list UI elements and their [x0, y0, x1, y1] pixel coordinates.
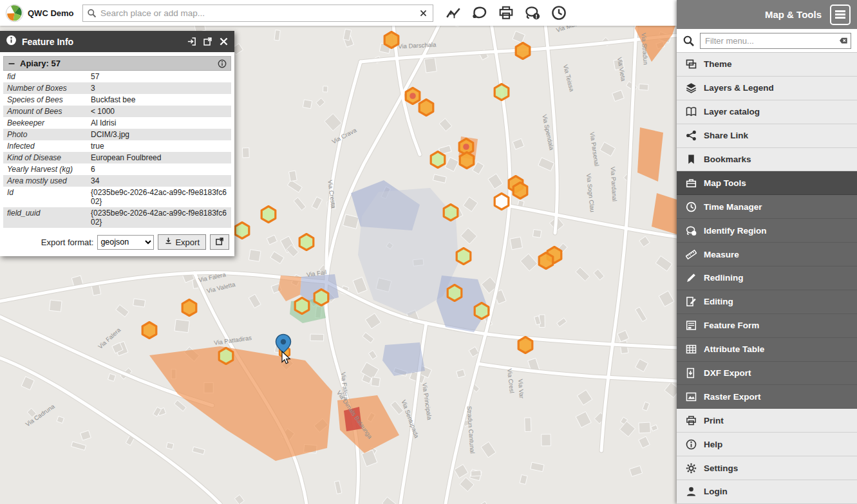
measure-icon[interactable] — [442, 3, 464, 23]
street-label: Via Var — [517, 378, 525, 398]
print-icon[interactable] — [495, 3, 517, 23]
apiary-marker[interactable] — [299, 234, 314, 250]
sidebar-item-label: Settings — [704, 463, 738, 473]
export-window-icon — [215, 237, 224, 248]
sidebar-item-editing[interactable]: Editing — [677, 290, 857, 314]
sidebar-item-share-link[interactable]: Share Link — [677, 124, 857, 148]
sidebar-item-login[interactable]: Login — [677, 480, 857, 504]
sidebar-item-measure[interactable]: Measure — [677, 243, 857, 266]
apiary-marker-infected-dot — [463, 144, 469, 150]
sidebar-item-settings[interactable]: Settings — [677, 456, 857, 480]
apiary-marker[interactable] — [261, 207, 276, 223]
apiary-marker[interactable] — [431, 152, 445, 168]
sidebar-item-layer-catalog[interactable]: Layer catalog — [677, 100, 857, 124]
attribute-value: 6 — [87, 163, 231, 175]
apiary-marker[interactable] — [142, 322, 156, 339]
feature-title: Apiary: 57 — [20, 59, 213, 68]
clear-search-icon[interactable] — [414, 9, 433, 17]
login-icon — [685, 486, 697, 497]
attribute-row: fid57 — [3, 71, 231, 82]
attribute-row: Yearly Harvest (kg)6 — [3, 163, 231, 175]
detach-window-icon[interactable] — [203, 37, 212, 46]
sidebar-item-time-manager[interactable]: Time Manager — [677, 195, 857, 219]
attribute-row: Amount of Bees< 1000 — [3, 106, 231, 117]
attribute-value: true — [87, 140, 231, 152]
menu-toggle-button[interactable] — [830, 5, 851, 25]
apiary-marker[interactable] — [295, 298, 309, 314]
apiary-marker[interactable] — [314, 290, 328, 306]
sidebar-item-label: Attribute Table — [704, 344, 764, 354]
apiary-marker[interactable] — [460, 153, 474, 169]
apiary-marker[interactable] — [494, 84, 509, 100]
close-icon[interactable] — [219, 37, 229, 46]
apiary-marker[interactable] — [457, 248, 471, 265]
apiary-marker[interactable] — [419, 100, 433, 116]
print-icon — [685, 415, 697, 426]
redlining-icon — [685, 272, 697, 283]
time-manager-icon[interactable] — [548, 3, 570, 23]
topbar: QWC Demo — [0, 0, 677, 26]
attribute-name: Area mostly used — [3, 175, 87, 187]
apiary-marker[interactable] — [235, 223, 249, 239]
draw-region-icon[interactable] — [469, 3, 491, 23]
apiary-marker[interactable] — [518, 337, 532, 353]
sidebar-item-theme[interactable]: Theme — [677, 53, 857, 77]
apiary-marker[interactable] — [384, 32, 399, 48]
sidebar-item-raster-export[interactable]: Raster Export — [677, 385, 857, 409]
attribute-value: Buckfast bee — [87, 94, 231, 106]
attribute-value: 34 — [87, 175, 231, 187]
sidebar-item-label: Time Manager — [704, 202, 762, 212]
clear-filter-icon[interactable] — [839, 36, 848, 45]
sidebar-item-dxf-export[interactable]: DXF Export — [677, 362, 857, 386]
search-input[interactable] — [100, 8, 414, 18]
feature-info-panel: Feature Info Apiary: 57 fid57Number of B… — [0, 31, 234, 256]
apiary-marker[interactable] — [182, 300, 196, 316]
feature-header-bar[interactable]: Apiary: 57 — [3, 56, 231, 71]
attribute-table: fid57Number of Boxes3Species of BeesBuck… — [3, 71, 231, 228]
apiary-marker[interactable] — [513, 183, 527, 199]
sidebar-item-bookmarks[interactable]: Bookmarks — [677, 148, 857, 172]
sidebar-item-label: Layers & Legend — [704, 83, 774, 93]
sidebar-header: Map & Tools — [677, 0, 857, 29]
sidebar-item-layers-legend[interactable]: Layers & Legend — [677, 77, 857, 100]
sidebar-item-identify-region[interactable]: Identify Region — [677, 219, 857, 243]
sidebar-item-print[interactable]: Print — [677, 409, 857, 433]
bookmark-icon — [685, 154, 697, 165]
collapse-icon[interactable] — [8, 60, 15, 68]
attribute-value: 57 — [87, 71, 231, 82]
apiary-marker[interactable] — [219, 348, 233, 364]
sidebar-item-attribute-table[interactable]: Attribute Table — [677, 338, 857, 362]
sidebar-item-label: Print — [704, 416, 724, 425]
dock-icon[interactable] — [187, 37, 196, 46]
apiary-marker[interactable] — [447, 285, 462, 301]
attribute-row: Number of Boxes3 — [3, 82, 231, 94]
attribute-name: Beekeeper — [3, 117, 87, 129]
apiary-marker[interactable] — [494, 194, 509, 210]
filter-menu-input[interactable] — [700, 33, 851, 49]
attribute-row: PhotoDCIM/3.jpg — [3, 129, 231, 140]
search-bar[interactable] — [82, 5, 433, 22]
attribute-row: Kind of DiseaseEuropean Foulbreed — [3, 152, 231, 163]
sidebar-item-feature-form[interactable]: Feature Form — [677, 314, 857, 338]
sidebar-item-help[interactable]: Help — [677, 433, 857, 456]
export-to-window-button[interactable] — [210, 234, 229, 250]
identify-region-icon[interactable] — [522, 3, 543, 23]
export-format-select[interactable]: geojson — [97, 235, 154, 250]
apiary-marker[interactable] — [475, 303, 489, 319]
info-icon — [6, 35, 17, 48]
attribute-name: fid — [3, 71, 87, 82]
settings-icon — [685, 463, 697, 474]
feature-info-circle-icon[interactable] — [218, 59, 227, 68]
apiary-marker[interactable] — [444, 205, 458, 221]
sidebar-item-redlining[interactable]: Redlining — [677, 266, 857, 290]
apiary-marker[interactable] — [516, 43, 530, 59]
attribute-value: < 1000 — [87, 106, 231, 117]
attribute-row: field_uuid{0235be9c-2026-42ac-a99c-f9e81… — [3, 207, 231, 228]
apiary-marker[interactable] — [539, 253, 553, 269]
export-button[interactable]: Export — [158, 234, 206, 250]
sidebar-item-label: DXF Export — [704, 368, 751, 378]
sidebar-item-label: Login — [704, 487, 728, 496]
attribute-value: Al Idrisi — [87, 117, 231, 129]
sidebar-item-label: Help — [704, 440, 722, 449]
sidebar-item-map-tools[interactable]: Map Tools — [677, 171, 857, 195]
